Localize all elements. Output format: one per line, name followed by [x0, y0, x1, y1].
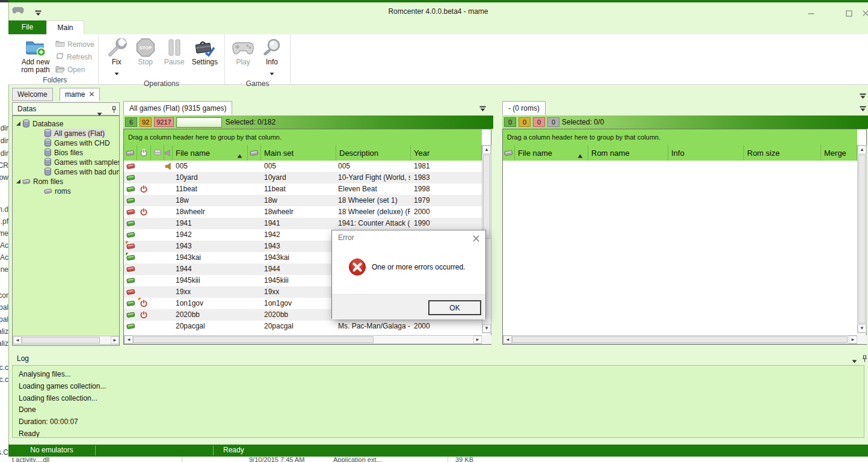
scroll-down-button[interactable]: ▼ [858, 324, 866, 333]
scroll-thumb[interactable] [22, 337, 100, 343]
add-new-rom-path-button[interactable]: Add new rom path [16, 35, 55, 75]
minimize-button[interactable] [805, 8, 816, 18]
tree-item-games-with-samples[interactable]: Games with samples [13, 157, 119, 167]
game-row-11beat[interactable]: 11beat11beatEleven Beat1998 [124, 183, 482, 195]
tree-item-games-with-chd[interactable]: Games with CHD [13, 138, 119, 148]
sort-ascending-icon [237, 151, 242, 160]
chevron-down-icon[interactable] [114, 67, 119, 78]
cell-main: 19xx [264, 286, 335, 298]
ok-button[interactable]: OK [428, 300, 481, 315]
scroll-thumb[interactable] [483, 155, 490, 239]
count-badge-amber: 92 [140, 117, 152, 127]
log-output: Analysing files...Loading games collecti… [12, 365, 864, 438]
games-panel-menu-icon[interactable] [479, 103, 486, 114]
games-panel-tab[interactable]: All games (Flat) (9315 games) [123, 101, 232, 115]
scroll-up-button[interactable]: ▲ [482, 146, 491, 154]
column-header[interactable] [151, 145, 164, 161]
column-header-file-name[interactable]: File name [515, 145, 588, 161]
column-header[interactable] [248, 145, 261, 161]
background-text-fragment: me [0, 229, 8, 238]
tree-item-label: roms [54, 187, 72, 196]
cell-main: 1943 [264, 241, 335, 252]
tabstrip-menu-icon[interactable] [860, 91, 866, 102]
column-header-year[interactable]: Year [411, 145, 482, 161]
scroll-left-button[interactable]: ◄ [125, 336, 133, 343]
games-hscrollbar[interactable]: ◄► [124, 335, 482, 344]
games-filter-input[interactable] [176, 117, 222, 128]
close-button[interactable] [860, 8, 868, 18]
count-badge-green: 0 [504, 117, 516, 127]
log-line: Analysing files... [13, 369, 864, 381]
scroll-left-button[interactable]: ◄ [13, 336, 22, 344]
game-row-10yard[interactable]: 10yard10yard10-Yard Fight (World, s...19… [124, 172, 482, 183]
scroll-left-button[interactable]: ◄ [503, 336, 512, 343]
roms-panel-tab[interactable]: - (0 roms) [502, 101, 546, 115]
tree-item-rom-files[interactable]: Rom files [13, 176, 119, 186]
roms-vscrollbar[interactable]: ▲▼ [857, 145, 867, 333]
info-button[interactable]: Info [257, 35, 286, 79]
chevron-down-icon[interactable] [269, 67, 274, 78]
expander-icon[interactable] [16, 179, 20, 183]
scroll-thumb[interactable] [858, 155, 866, 324]
column-header-file-name[interactable]: File name [173, 145, 248, 161]
tree-item-label: Games with samples [53, 158, 120, 167]
cell-main: 1944 [264, 263, 335, 275]
game-row-1941[interactable]: 194119411941: Counter Attack (...1990 [124, 218, 482, 229]
column-header-description[interactable]: Description [336, 145, 411, 161]
scroll-right-button[interactable]: ► [111, 336, 119, 344]
status-separator [95, 446, 96, 455]
cell-main: 10yard [264, 172, 335, 183]
column-header-info[interactable]: Info [668, 145, 744, 161]
fix-button[interactable]: Fix [102, 35, 131, 79]
cell-year: 1981 [414, 161, 450, 172]
tab-welcome[interactable]: Welcome [12, 88, 53, 101]
wrench-icon [106, 37, 128, 58]
power-status-icon [140, 208, 148, 218]
log-line: Loading games collection... [13, 381, 864, 393]
cell-main: 1945kiii [264, 275, 335, 286]
ribbon-tab-file[interactable]: File [8, 20, 46, 34]
tree-hscrollbar[interactable]: ◄► [13, 336, 119, 345]
column-header-main-set[interactable]: Main set [261, 145, 336, 161]
column-header[interactable] [164, 145, 173, 161]
tree-item-bios-files[interactable]: Bios files [13, 147, 119, 158]
scroll-up-button[interactable]: ▲ [858, 146, 866, 154]
tree-item-all-games-flat-[interactable]: All games (Flat) [13, 128, 119, 138]
scroll-right-button[interactable]: ► [849, 336, 857, 343]
chevron-down-icon[interactable] [852, 357, 857, 365]
tree-item-roms[interactable]: roms [13, 186, 119, 196]
database-icon [44, 148, 52, 157]
roms-panel-menu-icon[interactable] [860, 103, 866, 114]
column-header[interactable] [503, 145, 515, 161]
column-header[interactable] [124, 145, 137, 161]
roms-hscrollbar[interactable]: ◄► [503, 335, 857, 344]
scroll-down-button[interactable]: ▼ [482, 324, 491, 333]
settings-button[interactable]: Settings [189, 35, 221, 67]
close-tab-icon[interactable] [89, 88, 94, 101]
pin-icon[interactable] [861, 355, 868, 365]
game-row-005[interactable]: 0050050051981 [124, 161, 482, 172]
game-row-18w[interactable]: 18w18w18 Wheeler (set 1)1979 [124, 195, 482, 206]
roms-badges: 0000 [504, 117, 562, 127]
column-header-merge[interactable]: Merge [821, 145, 857, 161]
column-header-rom-name[interactable]: Rom name [588, 145, 668, 161]
scroll-thumb[interactable] [133, 336, 374, 343]
game-row-18wheelr[interactable]: 18wheelr18wheelr18 Wheeler (deluxe) (R..… [124, 206, 482, 218]
expander-icon[interactable] [16, 122, 20, 126]
tree-item-database[interactable]: Database [13, 119, 119, 129]
dialog-close-icon[interactable] [471, 233, 481, 243]
column-header-rom-size[interactable]: Rom size [744, 145, 821, 161]
scroll-thumb[interactable] [512, 336, 848, 343]
count-badge-red: 9217 [154, 117, 173, 127]
game-row-20pacgal[interactable]: 20pacgal20pacgalMs. Pac-Man/Galaga -...2… [124, 321, 482, 332]
background-text-fragment: pal [0, 303, 8, 312]
tree-item-games-with-bad-dumps[interactable]: Games with bad dumps [13, 167, 119, 177]
column-header[interactable] [137, 145, 151, 161]
tab-mame[interactable]: mame [60, 88, 100, 101]
maximize-button[interactable] [843, 8, 854, 18]
scroll-right-button[interactable]: ► [473, 336, 482, 343]
ribbon-tab-main[interactable]: Main [46, 20, 84, 34]
rom-status-icon [126, 242, 135, 251]
ribbon-group-label: Games [229, 79, 286, 88]
games-grid-header: File nameMain setDescriptionYear [124, 145, 482, 161]
